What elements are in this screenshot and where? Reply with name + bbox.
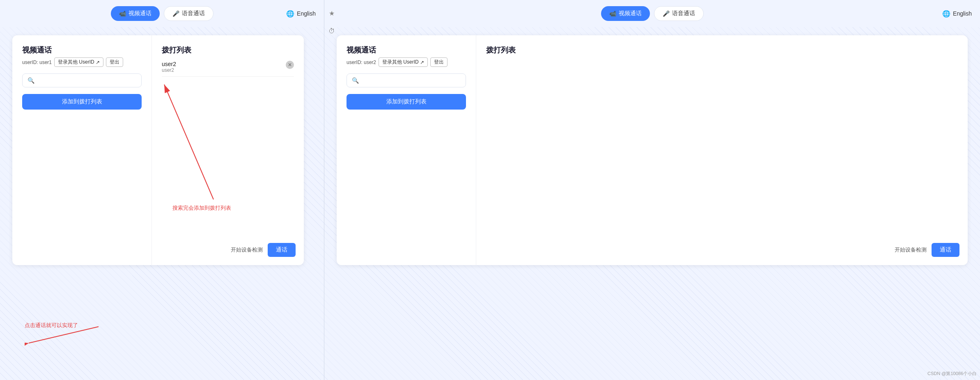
right-globe-icon: 🌐 — [942, 10, 950, 18]
right-dial-section: 拨打列表 开始设备检测 通话 — [476, 35, 968, 265]
left-logout-btn[interactable]: 登出 — [106, 57, 123, 67]
left-user-id: userID: user1 — [22, 60, 52, 65]
video-call-label: 视频通话 — [129, 10, 151, 17]
call-btn-label: 通话 — [276, 246, 287, 253]
right-external-link-icon: ↗ — [420, 60, 424, 65]
right-search-box: 🔍 — [347, 73, 466, 87]
video-icon: 📹 — [119, 10, 126, 17]
left-device-check-link[interactable]: 开始设备检测 — [231, 246, 263, 254]
history-icon[interactable]: ⏱ — [327, 26, 337, 36]
right-video-title: 视频通话 — [347, 45, 466, 55]
left-search-input[interactable] — [38, 77, 136, 84]
right-video-section: 视频通话 userID: user2 登录其他 UserID ↗ 登出 🔍 — [337, 35, 476, 265]
right-content-area: 视频通话 userID: user2 登录其他 UserID ↗ 登出 🔍 — [324, 27, 980, 380]
globe-icon: 🌐 — [286, 10, 294, 18]
left-video-title: 视频通话 — [22, 45, 142, 55]
annotation-area-2: 点击通话就可以实现了 — [25, 323, 107, 347]
right-user-id: userID: user2 — [347, 60, 376, 65]
annotation-label-2: 点击通话就可以实现了 — [25, 322, 78, 329]
left-card-footer: 开始设备检测 通话 — [231, 243, 296, 257]
right-user-info: userID: user2 登录其他 UserID ↗ 登出 — [347, 57, 466, 67]
watermark: CSDN @第10086个小白 — [927, 371, 977, 377]
mic-icon: 🎤 — [172, 10, 179, 17]
right-add-btn-label: 添加到拨打列表 — [386, 98, 427, 105]
left-language-btn[interactable]: 🌐 English — [286, 10, 316, 18]
voice-call-label: 语音通话 — [182, 10, 205, 17]
left-register-other-btn[interactable]: 登录其他 UserID ↗ — [54, 57, 103, 67]
left-dial-section: 拨打列表 user2 user2 ✕ — [152, 35, 304, 265]
left-search-box: 🔍 — [22, 73, 142, 87]
left-user-info: userID: user1 登录其他 UserID ↗ 登出 — [22, 57, 142, 67]
right-nav-buttons: 📹 视频通话 🎤 语音通话 — [601, 6, 704, 21]
left-language-label: English — [297, 10, 316, 17]
dial-item-id-0: user2 — [162, 67, 176, 73]
right-header: 📹 视频通话 🎤 语音通话 🌐 English — [324, 0, 980, 27]
left-add-btn[interactable]: 添加到拨打列表 — [22, 94, 142, 110]
left-dial-item-0: user2 user2 ✕ — [162, 57, 294, 77]
register-other-label: 登录其他 UserID — [58, 59, 94, 66]
right-search-input[interactable] — [362, 77, 461, 84]
add-btn-label: 添加到拨打列表 — [62, 98, 102, 105]
left-call-btn[interactable]: 通话 — [268, 243, 296, 257]
right-logout-btn[interactable]: 登出 — [430, 57, 448, 67]
left-video-call-btn[interactable]: 📹 视频通话 — [111, 6, 160, 21]
right-device-check-label: 开始设备检测 — [895, 247, 927, 253]
right-language-label: English — [953, 10, 972, 17]
right-panel: 📹 视频通话 🎤 语音通话 🌐 English 视频通话 — [324, 0, 980, 380]
sidebar-strip: ★ ⏱ — [324, 0, 339, 36]
right-register-other-label: 登录其他 UserID — [382, 59, 419, 66]
annotation-label-1: 搜索完会添加到拨打列表 — [172, 205, 231, 211]
right-device-check-link[interactable]: 开始设备检测 — [895, 246, 927, 254]
right-voice-call-btn[interactable]: 🎤 语音通话 — [654, 6, 704, 21]
left-remove-btn-0[interactable]: ✕ — [286, 61, 294, 69]
right-voice-call-label: 语音通话 — [672, 10, 695, 17]
logout-label: 登出 — [110, 59, 119, 66]
dial-item-name-0: user2 — [162, 61, 176, 67]
left-video-section: 视频通话 userID: user1 登录其他 UserID ↗ 登出 🔍 — [12, 35, 152, 265]
left-card: 视频通话 userID: user1 登录其他 UserID ↗ 登出 🔍 — [12, 35, 304, 265]
device-check-label: 开始设备检测 — [231, 247, 263, 253]
left-nav-buttons: 📹 视频通话 🎤 语音通话 — [111, 6, 213, 21]
right-register-other-btn[interactable]: 登录其他 UserID ↗ — [379, 57, 428, 67]
right-search-icon: 🔍 — [352, 77, 359, 84]
left-voice-call-btn[interactable]: 🎤 语音通话 — [164, 6, 213, 21]
right-card-footer: 开始设备检测 通话 — [895, 243, 959, 257]
search-icon: 🔍 — [28, 77, 34, 84]
right-call-btn[interactable]: 通话 — [932, 243, 959, 257]
left-header: 📹 视频通话 🎤 语音通话 🌐 English — [0, 0, 324, 27]
right-add-btn[interactable]: 添加到拨打列表 — [347, 94, 466, 110]
right-card: 视频通话 userID: user2 登录其他 UserID ↗ 登出 🔍 — [337, 35, 968, 265]
star-icon[interactable]: ★ — [327, 8, 337, 18]
right-call-btn-label: 通话 — [940, 246, 951, 253]
right-language-btn[interactable]: 🌐 English — [942, 10, 972, 18]
right-video-call-label: 视频通话 — [619, 10, 642, 17]
right-logout-label: 登出 — [434, 59, 444, 66]
right-video-call-btn[interactable]: 📹 视频通话 — [601, 6, 650, 21]
right-mic-icon: 🎤 — [663, 10, 670, 17]
right-video-icon: 📹 — [609, 10, 616, 17]
right-dial-title: 拨打列表 — [486, 45, 958, 55]
left-dial-title: 拨打列表 — [162, 45, 294, 55]
annotation-text-1: 搜索完会添加到拨打列表 — [172, 204, 231, 212]
svg-line-3 — [29, 327, 99, 343]
external-link-icon: ↗ — [96, 60, 100, 65]
svg-line-1 — [164, 85, 213, 199]
